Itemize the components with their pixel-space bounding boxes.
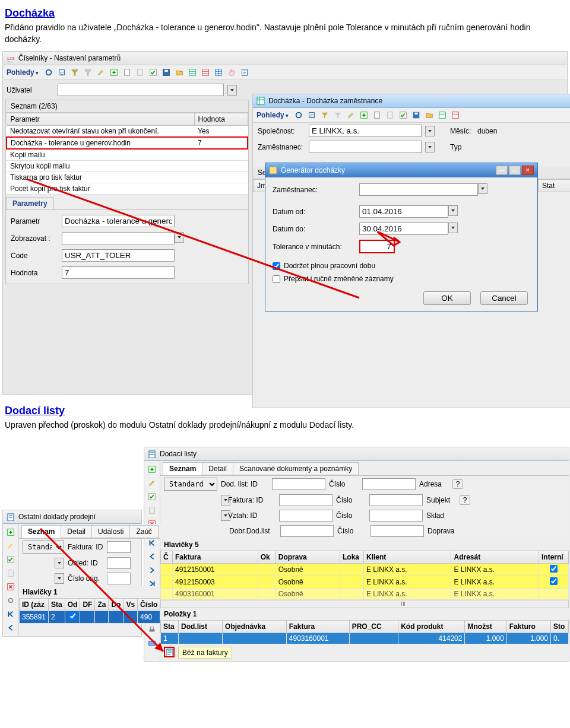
odp-input-faktura[interactable] <box>107 541 131 553</box>
minimize-button[interactable]: — <box>496 166 508 175</box>
table1-icon[interactable] <box>437 110 448 120</box>
col-ok[interactable]: Ok <box>258 551 276 563</box>
gear-icon[interactable] <box>5 595 17 606</box>
odp-input-obj[interactable] <box>107 557 131 569</box>
col-df[interactable]: DF <box>80 598 95 611</box>
input-dobr[interactable] <box>280 525 334 537</box>
input-spolecnost[interactable] <box>309 125 422 137</box>
doc-detail-icon[interactable] <box>239 67 250 78</box>
check-icon[interactable] <box>148 67 159 78</box>
table-row[interactable]: Skrytou kopii mailu <box>7 161 248 172</box>
dropdown-button[interactable] <box>175 232 184 243</box>
input-cislo-2[interactable] <box>369 494 423 506</box>
col-obj[interactable]: Objednávka <box>223 620 287 632</box>
tab-scan[interactable]: Scanované dokumenty a poznámky <box>233 462 359 475</box>
input-cislo-4[interactable] <box>370 525 424 537</box>
col-procc[interactable]: PRO_CC <box>349 620 398 632</box>
open-folder-icon[interactable] <box>174 67 185 78</box>
col-sta[interactable]: Sta <box>49 598 65 611</box>
col-za[interactable]: Za <box>95 598 109 611</box>
dropdown-button[interactable] <box>55 558 64 568</box>
dropdown-button[interactable] <box>425 142 435 152</box>
table-row[interactable]: Kopii mailu <box>7 149 248 161</box>
doc-icon[interactable] <box>122 67 132 78</box>
col-id[interactable]: ID (záz <box>20 598 49 611</box>
parametry-tab[interactable]: Parametry <box>6 197 54 209</box>
col-loka[interactable]: Loka <box>340 551 364 563</box>
grid-row-selected[interactable]: 1 4903160001 414202 1.000 1.000 0. <box>161 632 569 644</box>
col-c[interactable]: Č <box>161 551 173 563</box>
check-icon[interactable] <box>5 554 17 565</box>
edit-icon[interactable] <box>346 110 356 120</box>
edit-icon[interactable] <box>5 540 17 552</box>
input-vztah-id[interactable] <box>279 510 332 522</box>
add-icon[interactable] <box>109 67 119 78</box>
tab-seznam[interactable]: Seznam <box>21 525 61 538</box>
input-parametr[interactable] <box>62 215 175 227</box>
table3-icon[interactable] <box>213 67 224 78</box>
dropdown-button[interactable] <box>448 205 458 216</box>
check-icon[interactable] <box>146 491 158 503</box>
ok-button[interactable]: OK <box>423 291 471 305</box>
lookup-button[interactable]: ? <box>460 495 470 505</box>
table-row[interactable]: Tiskarna pro tisk faktur <box>7 172 248 183</box>
screen-icon[interactable] <box>146 638 158 650</box>
grid-row-selected[interactable]: 355891 2 490 <box>20 611 160 623</box>
save-icon[interactable] <box>411 110 422 120</box>
input-zamestnanec[interactable] <box>309 141 422 153</box>
grid-row[interactable]: 4912150001OsobněE LINKX a.s.E LINKX a.s. <box>161 563 569 576</box>
maximize-button[interactable]: ▭ <box>509 166 521 175</box>
lookup-button[interactable]: ? <box>452 479 463 489</box>
add-icon[interactable] <box>359 110 369 120</box>
col-sto[interactable]: Sto <box>551 620 569 632</box>
col-hodnota[interactable]: Hodnota <box>194 113 248 126</box>
col-mnozst[interactable]: Množst <box>465 620 506 632</box>
input-code[interactable] <box>62 249 175 262</box>
grid-row[interactable]: 4912150003OsobněE LINKX a.s.E LINKX a.s. <box>161 576 569 588</box>
first-icon[interactable] <box>5 608 17 620</box>
hand-icon[interactable] <box>226 67 237 78</box>
uzivatel-input[interactable] <box>58 84 224 96</box>
table2-icon[interactable] <box>200 67 211 78</box>
table-row-highlighted[interactable]: Docházka - tolerance u generov.hodin7 <box>7 137 248 149</box>
delete-icon[interactable] <box>5 581 17 593</box>
col-kod[interactable]: Kód produkt <box>398 620 465 632</box>
input-faktura-id[interactable] <box>279 494 332 506</box>
tab-detail[interactable]: Detail <box>61 525 92 538</box>
dlg-input-datum-do[interactable] <box>359 222 448 235</box>
add-icon[interactable] <box>146 463 158 475</box>
col-dodlist[interactable]: Dod.list <box>179 620 223 632</box>
doc-detail-icon[interactable] <box>164 647 175 657</box>
refresh-icon[interactable] <box>293 110 304 120</box>
input-cislo-3[interactable] <box>369 510 423 522</box>
col-faktura[interactable]: Faktura <box>173 551 258 563</box>
col-cislo[interactable]: Číslo <box>138 598 160 611</box>
col-fakturo[interactable]: Fakturo <box>506 620 550 632</box>
table2-icon[interactable] <box>450 110 461 120</box>
std-select[interactable]: Standard <box>164 478 217 491</box>
check-icon[interactable] <box>398 110 408 120</box>
odp-std-select[interactable]: Standard <box>23 541 64 554</box>
pohledy-dropdown-2[interactable]: Pohledy▾ <box>256 111 289 119</box>
funnel-icon[interactable] <box>69 67 80 78</box>
table-row[interactable]: Nedotazovat otevírání stavu oken při uko… <box>7 126 248 138</box>
open-folder-icon[interactable] <box>424 110 435 120</box>
edit-icon[interactable] <box>146 477 158 489</box>
table-row[interactable]: Pocet kopií pro tisk faktur <box>7 183 248 195</box>
save-icon[interactable] <box>161 67 172 78</box>
input-zobrazovat[interactable] <box>62 232 175 244</box>
dropdown-button[interactable] <box>425 126 435 136</box>
clear-icon[interactable]: C <box>306 110 317 120</box>
doc-icon[interactable] <box>372 110 382 120</box>
dlg-input-zam[interactable] <box>359 183 478 196</box>
table1-icon[interactable] <box>187 67 198 78</box>
refresh-icon[interactable] <box>43 67 54 78</box>
odp-input-cislo[interactable] <box>107 573 131 584</box>
dlg-input-datum-od[interactable] <box>359 205 448 218</box>
pohledy-dropdown[interactable]: Pohledy▾ <box>7 68 39 77</box>
tab-zauc[interactable]: Zaúč <box>129 525 159 538</box>
col-doprava[interactable]: Doprava <box>276 551 340 563</box>
grid-row[interactable]: 4903160001OsobněE LINKX a.s.E LINKX a.s. <box>161 588 569 599</box>
dropdown-button[interactable] <box>227 85 237 96</box>
input-cislo-1[interactable] <box>362 478 416 490</box>
